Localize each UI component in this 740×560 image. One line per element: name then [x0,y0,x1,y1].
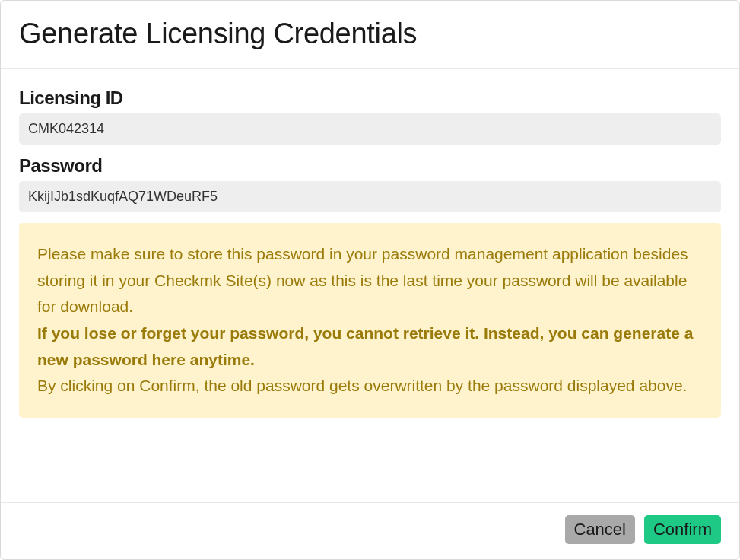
modal-header: Generate Licensing Credentials [1,1,739,69]
warning-text-line1: Please make sure to store this password … [37,245,688,315]
licensing-id-field-group: Licensing ID [19,88,721,155]
warning-text-bold: If you lose or forget your password, you… [37,324,693,368]
licensing-id-label: Licensing ID [19,88,721,109]
warning-box: Please make sure to store this password … [19,223,721,418]
confirm-button[interactable]: Confirm [644,515,721,544]
licensing-id-input[interactable] [19,113,721,145]
password-input[interactable] [19,181,721,212]
modal-body: Licensing ID Password Please make sure t… [1,69,739,502]
warning-text: Please make sure to store this password … [37,241,703,399]
cancel-button[interactable]: Cancel [565,515,635,544]
modal-footer: Cancel Confirm [1,502,739,559]
generate-licensing-credentials-modal: Generate Licensing Credentials Licensing… [0,0,740,560]
password-field-group: Password [19,155,721,223]
modal-title: Generate Licensing Credentials [19,18,721,50]
password-label: Password [19,155,721,177]
warning-text-line2: By clicking on Confirm, the old password… [37,377,687,394]
